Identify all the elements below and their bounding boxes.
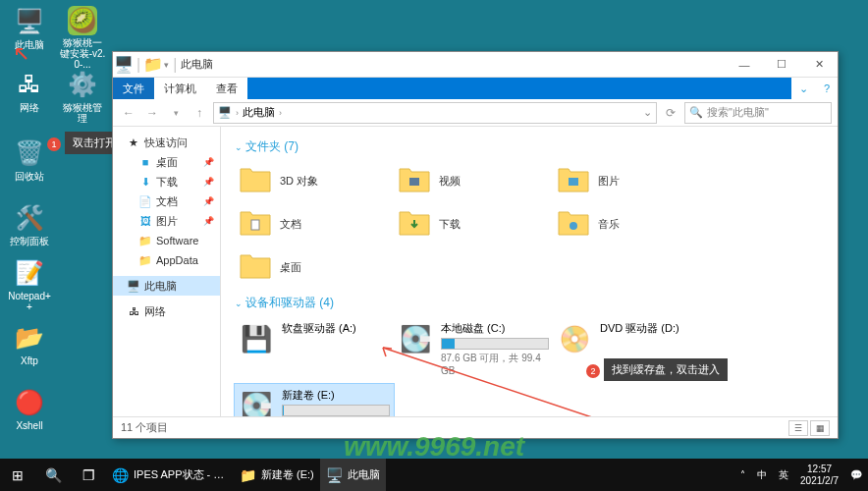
close-button[interactable]: ✕ — [800, 52, 838, 78]
folder-pictures[interactable]: 图片 — [553, 161, 712, 200]
xshell-icon: 🔴 — [14, 387, 45, 418]
folder-icon: 📁 — [240, 467, 256, 483]
folder-icon — [239, 250, 272, 284]
search-icon: 🔍 — [45, 467, 62, 483]
nav-forward-button[interactable]: → — [142, 103, 162, 123]
sidebar-item-appdata[interactable]: 📁AppData — [113, 250, 220, 270]
folder-icon — [398, 164, 431, 197]
drive-local-c[interactable]: 💽 本地磁盘 (C:) 87.6 GB 可用，共 99.4 GB — [394, 317, 553, 380]
address-dropdown-icon[interactable]: ⌄ — [643, 106, 652, 119]
chevron-down-icon: ⌄ — [235, 299, 243, 308]
sidebar-item-software[interactable]: 📁Software — [113, 231, 220, 250]
desktop-icon-recycle[interactable]: 🗑️ 回收站 — [6, 137, 53, 182]
window-title: 此电脑 — [181, 57, 213, 72]
file-explorer-window: 🖥️ | 📁 ▾ | 此电脑 — ☐ ✕ 文件 计算机 查看 ⌄ ? ← → ▾… — [112, 51, 839, 439]
tray-clock[interactable]: 12:57 2021/2/7 — [794, 464, 844, 487]
tab-view[interactable]: 查看 — [206, 78, 247, 99]
address-bar-row: ← → ▾ ↑ 🖥️ › 此电脑 › ⌄ ⟳ 🔍 搜索"此电脑" — [113, 99, 838, 127]
folder-icon: 📄 — [138, 194, 152, 208]
folder-downloads[interactable]: 下载 — [394, 204, 553, 244]
statusbar: 11 个项目 ☰ ▦ — [113, 416, 838, 438]
nav-back-button[interactable]: ← — [119, 103, 138, 123]
pc-icon: 🖥️ — [218, 106, 232, 119]
tray-ime-2[interactable]: 英 — [773, 469, 794, 481]
folder-icon: ⬇ — [138, 175, 152, 189]
nav-up-button[interactable]: ↑ — [190, 103, 209, 123]
system-tray: ˄ 中 英 12:57 2021/2/7 💬 — [734, 459, 868, 491]
breadcrumb-chevron-icon[interactable]: › — [236, 108, 239, 118]
svg-rect-2 — [251, 220, 259, 230]
pin-icon: 📌 — [203, 157, 214, 167]
status-item-count: 11 个项目 — [121, 420, 168, 435]
folder-icon — [557, 207, 590, 241]
folder-music[interactable]: 音乐 — [553, 204, 712, 244]
search-icon: 🔍 — [689, 106, 703, 119]
desktop-icon-network[interactable]: 🖧 网络 — [6, 69, 53, 113]
sidebar-network[interactable]: 🖧网络 — [113, 301, 220, 321]
svg-rect-0 — [409, 178, 419, 186]
sidebar-item-desktop[interactable]: ■桌面📌 — [113, 152, 220, 172]
taskbar-item-chrome[interactable]: 🌐IPES APP状态 - G... — [106, 459, 234, 491]
hdd-icon: 💽 — [239, 388, 274, 416]
content-pane: ⌄文件夹 (7) 3D 对象 视频 图片 文档 下载 音乐 桌面 ⌄设备和驱动器… — [221, 127, 838, 416]
breadcrumb-root[interactable]: 此电脑 — [243, 105, 275, 120]
view-details-button[interactable]: ☰ — [788, 420, 808, 436]
section-folders-header[interactable]: ⌄文件夹 (7) — [235, 138, 824, 155]
annotation-tip-2: 找到缓存盘，双击进入 — [604, 358, 728, 381]
maximize-button[interactable]: ☐ — [763, 52, 800, 78]
desktop-icon-kiwi-installer[interactable]: 🥝 猕猴桃一键安装-v2.0-... — [59, 6, 106, 70]
tray-ime-1[interactable]: 中 — [751, 469, 773, 481]
taskbar-item-explorer-e[interactable]: 📁新建卷 (E:) — [234, 459, 320, 491]
nav-history-button[interactable]: ▾ — [166, 103, 186, 123]
view-icons-button[interactable]: ▦ — [810, 420, 830, 436]
section-drives-header[interactable]: ⌄设备和驱动器 (4) — [235, 295, 824, 311]
address-bar[interactable]: 🖥️ › 此电脑 › ⌄ — [213, 102, 657, 124]
desktop-icon-notepadpp[interactable]: 📝 Notepad++ — [6, 257, 53, 312]
folder-documents[interactable]: 文档 — [235, 204, 394, 244]
pin-icon: 📌 — [203, 216, 214, 226]
tab-computer[interactable]: 计算机 — [154, 78, 206, 99]
qat-dropdown-icon[interactable]: ▾ — [164, 60, 169, 70]
sidebar-item-downloads[interactable]: ⬇下载📌 — [113, 172, 220, 191]
folder-videos[interactable]: 视频 — [394, 161, 553, 200]
tray-notifications-icon[interactable]: 💬 — [844, 469, 868, 481]
desktop-icon-control-panel[interactable]: 🛠️ 控制面板 — [6, 202, 53, 246]
hdd-icon: 💽 — [398, 321, 433, 356]
refresh-button[interactable]: ⟳ — [661, 103, 680, 123]
desktop-icon-kiwi-mgr[interactable]: ⚙️ 猕猴桃管理 — [59, 69, 106, 124]
help-icon[interactable]: ? — [816, 78, 838, 99]
search-button[interactable]: 🔍 — [35, 459, 71, 491]
minimize-button[interactable]: — — [726, 52, 763, 78]
taskview-icon: ❐ — [82, 467, 95, 483]
network-icon: 🖧 — [127, 304, 140, 318]
tray-chevron-icon[interactable]: ˄ — [734, 469, 751, 481]
start-button[interactable]: ⊞ — [0, 459, 35, 491]
sidebar-quick-access[interactable]: ★ 快速访问 — [113, 133, 220, 152]
drive-volume-e[interactable]: 💽 新建卷 (E:) 126 GB 可用，共 126 GB — [235, 384, 394, 416]
drive-usage-bar — [441, 338, 549, 350]
desktop-icon-xshell[interactable]: 🔴 Xshell — [6, 387, 53, 431]
search-placeholder: 搜索"此电脑" — [707, 105, 769, 120]
taskbar-item-explorer-pc[interactable]: 🖥️此电脑 — [320, 459, 386, 491]
sidebar-this-pc[interactable]: 🖥️此电脑 — [113, 276, 220, 296]
desktop-icon-xftp[interactable]: 📂 Xftp — [6, 322, 53, 366]
desktop-icon-this-pc[interactable]: 🖥️ 此电脑 — [6, 6, 53, 50]
ribbon-expand-icon[interactable]: ⌄ — [791, 78, 816, 99]
drive-usage-bar — [282, 405, 390, 416]
folder-icon: 🖼 — [138, 214, 152, 228]
qat-icon[interactable]: 📁 — [142, 55, 164, 74]
folder-3d-objects[interactable]: 3D 对象 — [235, 161, 394, 200]
annotation-badge-2: 2 — [586, 364, 600, 378]
breadcrumb-chevron-icon[interactable]: › — [279, 108, 282, 118]
tab-file[interactable]: 文件 — [113, 78, 154, 99]
search-input[interactable]: 🔍 搜索"此电脑" — [684, 102, 832, 124]
sidebar-item-documents[interactable]: 📄文档📌 — [113, 191, 220, 211]
drive-floppy-a[interactable]: 💾 软盘驱动器 (A:) — [235, 317, 394, 380]
pc-icon: 🖥️ — [326, 467, 343, 483]
titlebar[interactable]: 🖥️ | 📁 ▾ | 此电脑 — ☐ ✕ — [113, 52, 838, 78]
ribbon-tabs: 文件 计算机 查看 ⌄ ? — [113, 78, 838, 99]
pc-icon: 🖥️ — [14, 6, 45, 37]
folder-desktop[interactable]: 桌面 — [235, 247, 394, 287]
sidebar-item-pictures[interactable]: 🖼图片📌 — [113, 211, 220, 231]
task-view-button[interactable]: ❐ — [71, 459, 106, 491]
